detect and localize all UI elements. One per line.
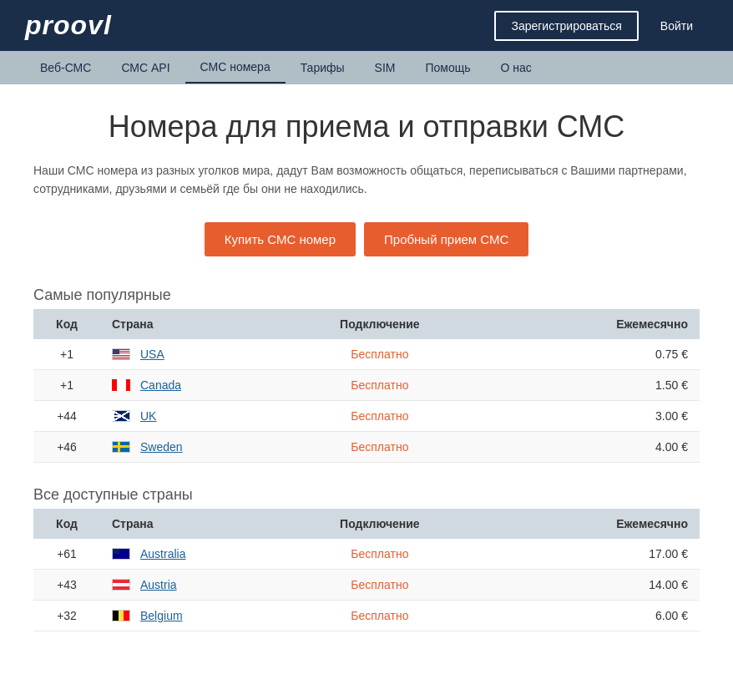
cell-country: Australia bbox=[100, 539, 267, 570]
country-link[interactable]: Austria bbox=[140, 578, 177, 591]
connection-link[interactable]: Бесплатно bbox=[351, 347, 408, 361]
flag-icon bbox=[112, 348, 130, 360]
cell-code: +1 bbox=[33, 339, 100, 370]
header-buttons: Зарегистрироваться Войти bbox=[494, 11, 708, 41]
cell-code: +32 bbox=[33, 600, 100, 631]
cell-connection: Бесплатно bbox=[267, 539, 493, 570]
nav-item-tariffs[interactable]: Тарифы bbox=[286, 53, 360, 83]
popular-table-header: Код Страна Подключение Ежемесячно bbox=[33, 309, 700, 339]
nav-item-help[interactable]: Помощь bbox=[410, 53, 485, 83]
col-connection-all: Подключение bbox=[267, 509, 493, 539]
flag-icon bbox=[112, 610, 130, 621]
flag-icon bbox=[112, 579, 130, 591]
col-code-popular: Код bbox=[33, 309, 100, 339]
country-link[interactable]: UK bbox=[140, 409, 156, 423]
connection-link[interactable]: Бесплатно bbox=[351, 409, 408, 423]
table-row: +1CanadaБесплатно1.50 € bbox=[33, 369, 700, 400]
col-monthly-popular: Ежемесячно bbox=[493, 309, 700, 339]
col-monthly-all: Ежемесячно bbox=[493, 509, 700, 539]
cell-country: Canada bbox=[100, 369, 267, 400]
cell-connection: Бесплатно bbox=[267, 339, 493, 370]
col-code-all: Код bbox=[33, 509, 100, 539]
cell-code: +44 bbox=[33, 400, 100, 431]
country-link[interactable]: USA bbox=[140, 347, 164, 361]
table-row: +46SwedenБесплатно4.00 € bbox=[33, 431, 700, 462]
connection-link[interactable]: Бесплатно bbox=[351, 440, 408, 454]
table-row: +32BelgiumБесплатно6.00 € bbox=[33, 600, 700, 631]
nav-item-about[interactable]: О нас bbox=[486, 53, 547, 83]
nav-item-web-sms[interactable]: Веб-СМС bbox=[25, 53, 106, 83]
cell-country: Austria bbox=[100, 569, 267, 600]
buy-number-button[interactable]: Купить СМС номер bbox=[205, 222, 356, 256]
main-content: Номера для приема и отправки СМС Наши СМ… bbox=[0, 84, 733, 680]
country-link[interactable]: Belgium bbox=[140, 609, 183, 622]
cell-monthly: 0.75 € bbox=[493, 339, 700, 370]
cell-connection: Бесплатно bbox=[267, 600, 493, 631]
main-nav: Веб-СМС СМС API СМС номера Тарифы SIM По… bbox=[0, 51, 733, 84]
cell-code: +1 bbox=[33, 369, 100, 400]
flag-icon bbox=[112, 548, 130, 560]
cell-connection: Бесплатно bbox=[267, 400, 493, 431]
logo: proovl bbox=[25, 10, 112, 41]
table-row: +44UKБесплатно3.00 € bbox=[33, 400, 700, 431]
flag-icon bbox=[112, 441, 130, 453]
col-country-popular: Страна bbox=[100, 309, 267, 339]
table-row: +1USAБесплатно0.75 € bbox=[33, 339, 700, 370]
login-button[interactable]: Войти bbox=[645, 11, 708, 41]
cell-country: UK bbox=[100, 400, 267, 431]
cell-country: Belgium bbox=[100, 600, 267, 631]
cell-monthly: 4.00 € bbox=[493, 431, 700, 462]
cell-connection: Бесплатно bbox=[267, 369, 493, 400]
cell-country: Sweden bbox=[100, 431, 267, 462]
all-table: Код Страна Подключение Ежемесячно +61Aus… bbox=[33, 509, 700, 632]
popular-section-title: Самые популярные bbox=[33, 287, 700, 304]
cell-monthly: 17.00 € bbox=[493, 539, 700, 570]
register-button[interactable]: Зарегистрироваться bbox=[494, 11, 638, 41]
table-row: +43AustriaБесплатно14.00 € bbox=[33, 569, 700, 600]
connection-link[interactable]: Бесплатно bbox=[351, 378, 408, 392]
cell-monthly: 6.00 € bbox=[493, 600, 700, 631]
cell-monthly: 1.50 € bbox=[493, 369, 700, 400]
country-link[interactable]: Canada bbox=[140, 378, 181, 392]
all-table-header: Код Страна Подключение Ежемесячно bbox=[33, 509, 700, 539]
cell-code: +46 bbox=[33, 431, 100, 462]
cell-country: USA bbox=[100, 339, 267, 370]
page-description: Наши СМС номера из разных уголков мира, … bbox=[33, 161, 700, 199]
flag-icon bbox=[112, 410, 130, 422]
cell-monthly: 3.00 € bbox=[493, 400, 700, 431]
header: proovl Зарегистрироваться Войти bbox=[0, 0, 733, 51]
cta-buttons: Купить СМС номер Пробный прием СМС bbox=[33, 222, 700, 256]
cell-connection: Бесплатно bbox=[267, 569, 493, 600]
page-title: Номера для приема и отправки СМС bbox=[33, 109, 700, 145]
cell-code: +43 bbox=[33, 569, 100, 600]
nav-item-sms-api[interactable]: СМС API bbox=[106, 53, 185, 83]
flag-icon bbox=[112, 379, 130, 391]
trial-button[interactable]: Пробный прием СМС bbox=[364, 222, 528, 256]
connection-link[interactable]: Бесплатно bbox=[351, 578, 408, 591]
cell-connection: Бесплатно bbox=[267, 431, 493, 462]
col-country-all: Страна bbox=[100, 509, 267, 539]
cell-code: +61 bbox=[33, 539, 100, 570]
country-link[interactable]: Australia bbox=[140, 547, 185, 561]
nav-item-sim[interactable]: SIM bbox=[360, 53, 411, 83]
all-section-title: Все доступные страны bbox=[33, 486, 700, 504]
cell-monthly: 14.00 € bbox=[493, 569, 700, 600]
country-link[interactable]: Sweden bbox=[140, 440, 183, 454]
col-connection-popular: Подключение bbox=[267, 309, 493, 339]
connection-link[interactable]: Бесплатно bbox=[351, 609, 408, 622]
nav-item-sms-numbers[interactable]: СМС номера bbox=[185, 52, 286, 84]
connection-link[interactable]: Бесплатно bbox=[351, 547, 408, 561]
table-row: +61AustraliaБесплатно17.00 € bbox=[33, 539, 700, 570]
popular-table: Код Страна Подключение Ежемесячно +1USAБ… bbox=[33, 309, 700, 463]
